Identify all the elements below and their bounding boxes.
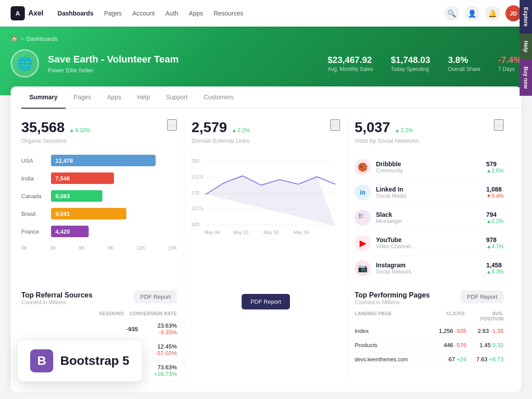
- nav-account[interactable]: Account: [132, 8, 155, 19]
- brand-icon: A: [11, 6, 25, 20]
- table-row: Products 446 -576 1.45 0.32: [355, 338, 504, 352]
- organic-bar-chart: USA 12,478 India 7,546: [21, 151, 177, 258]
- monthly-sales-label: Avg. Monthly Sales: [328, 66, 373, 72]
- nav-resources[interactable]: Resources: [214, 8, 243, 19]
- social-item-youtube: ▶ YouTube Video Channel 978 ▲4.1%: [355, 231, 504, 256]
- bar-country-usa: USA: [21, 157, 46, 164]
- svg-text:May 18: May 18: [263, 230, 278, 235]
- avatar[interactable]: JD: [505, 5, 521, 21]
- middle-bottom-section: PDF Report: [184, 291, 348, 381]
- organic-stat-main: 35,568 ▲ 8.02%: [21, 119, 167, 136]
- bar-row-usa: USA 12,478: [21, 155, 177, 166]
- bar-row-brasil: Brasil 9,041: [21, 208, 177, 219]
- tab-apps[interactable]: Apps: [99, 86, 129, 109]
- breadcrumb-sep: >: [20, 35, 24, 42]
- referral-pdf-button[interactable]: PDF Report: [134, 290, 177, 303]
- tab-support[interactable]: Support: [158, 86, 196, 109]
- tab-pages[interactable]: Pages: [66, 86, 99, 109]
- bar-val-brasil: 9,041: [55, 211, 70, 217]
- bar-val-usa: 12,478: [55, 157, 73, 164]
- bar-fill-india: 7,546: [51, 172, 114, 184]
- breadcrumb-home[interactable]: 🏠: [11, 35, 18, 42]
- notifications-button[interactable]: 👤: [465, 6, 480, 21]
- youtube-info: YouTube Video Channel: [376, 236, 481, 250]
- social-item-linkedin: in Linked In Social Media 1,088 ▼0.4%: [355, 180, 504, 205]
- organic-sessions-change: ▲ 8.02%: [69, 127, 90, 133]
- referral-col-headers: SESSIONS CONVERSION RATE: [21, 311, 177, 316]
- domain-links-label: Domain External Links: [192, 137, 340, 144]
- nav-auth[interactable]: Auth: [165, 8, 178, 19]
- nav-apps[interactable]: Apps: [189, 8, 203, 19]
- svg-rect-17: [361, 216, 363, 218]
- social-stat-main: 5,037 ▲ 2.2%: [355, 119, 494, 136]
- hero-info: Save Earth - Volunteer Team Power Elite …: [48, 54, 319, 74]
- dribbble-icon: 🏀: [355, 159, 371, 175]
- social-visits-change: ▲ 2.2%: [395, 127, 413, 133]
- svg-text:May 26: May 26: [293, 230, 309, 235]
- social-item-instagram: 📷 Instagram Social Network 1,458 ▲8.3%: [355, 256, 504, 281]
- domain-more-button[interactable]: ⋯: [330, 119, 340, 131]
- svg-text:100: 100: [192, 222, 200, 227]
- nav-pages[interactable]: Pages: [104, 8, 122, 19]
- today-spending-value: $1,748.03: [391, 55, 430, 65]
- table-row: devs.keenthemes.com 67 +24 7.63 +8.73: [355, 352, 504, 367]
- tab-summary[interactable]: Summary: [21, 86, 66, 109]
- tab-help[interactable]: Help: [129, 86, 158, 109]
- middle-pdf-button[interactable]: PDF Report: [242, 294, 290, 309]
- organic-more-button[interactable]: ⋯: [167, 119, 177, 131]
- hero-stat-today-spending: $1,748.03 Today Spending: [391, 55, 430, 72]
- table-row: Index 1,256 -935 2.63 -1.35: [355, 324, 504, 338]
- linkedin-info: Linked In Social Media: [376, 186, 481, 199]
- help-button[interactable]: Help: [520, 34, 532, 59]
- domain-line-chart: 250 212.5 175 137.5 100: [192, 151, 340, 252]
- hero-stat-7days: -7.4% 7 Days: [498, 55, 521, 72]
- brand: A Axel: [11, 6, 43, 20]
- linkedin-icon: in: [355, 184, 371, 200]
- youtube-icon: ▶: [355, 235, 371, 251]
- today-spending-label: Today Spending: [391, 66, 430, 72]
- table-row: -935 23.63% -9.35%: [21, 319, 177, 340]
- settings-button[interactable]: 🔔: [485, 6, 500, 21]
- overall-share-label: Overall Share: [448, 66, 480, 72]
- hero-subtitle: Power Elite Seller: [48, 67, 319, 74]
- bar-fill-brasil: 9,041: [51, 208, 126, 219]
- social-more-button[interactable]: ⋯: [494, 119, 504, 131]
- dribbble-info: Dribbble Community: [376, 160, 481, 174]
- side-panel: Explore Help Buy now: [520, 0, 532, 392]
- social-item-slack: Slack Messanger 794 ▲0.2%: [355, 205, 504, 231]
- hero-section: 🏠 > Dashboards 🌐 Save Earth - Volunteer …: [0, 27, 532, 95]
- overall-share-value: 3.8%: [448, 55, 480, 65]
- svg-text:212.5: 212.5: [192, 175, 203, 180]
- bar-fill-usa: 12,478: [51, 155, 156, 166]
- svg-text:175: 175: [192, 191, 200, 196]
- hero-logo: 🌐: [11, 49, 39, 78]
- bar-row-india: India 7,546: [21, 172, 177, 184]
- bootstrap-icon: B: [30, 349, 53, 372]
- pages-pdf-button[interactable]: PDF Report: [461, 290, 504, 303]
- bar-val-india: 7,546: [55, 175, 70, 182]
- 7days-label: 7 Days: [498, 66, 521, 72]
- top-pages-col-headers: LANDING PAGE CLICKS AVG. POSITION: [355, 311, 504, 321]
- top-pages-section: PDF Report Top Performing Pages Counted …: [348, 291, 511, 381]
- svg-rect-14: [359, 214, 361, 216]
- navbar: A Axel Dashboards Pages Account Auth App…: [0, 0, 532, 27]
- tabs: Summary Pages Apps Help Support Customer…: [11, 86, 521, 109]
- domain-stat-main: 2,579 ▲ 2.2%: [192, 119, 330, 136]
- bar-country-france: France: [21, 228, 46, 235]
- nav-dashboards[interactable]: Dashboards: [58, 8, 94, 19]
- bar-row-canada: Canada 6,083: [21, 190, 177, 202]
- buy-now-button[interactable]: Buy now: [520, 59, 532, 96]
- instagram-info: Instagram Social Network: [376, 262, 481, 275]
- bar-country-india: India: [21, 175, 46, 182]
- social-visits-label: Visits by Social Networks: [355, 137, 504, 144]
- organic-sessions-value: 35,568: [21, 119, 65, 136]
- search-button[interactable]: 🔍: [444, 6, 459, 21]
- svg-rect-15: [361, 214, 363, 216]
- hero-title: Save Earth - Volunteer Team: [48, 54, 319, 65]
- social-item-dribbble: 🏀 Dribbble Community 579 ▲2.6%: [355, 155, 504, 180]
- explore-button[interactable]: Explore: [520, 0, 532, 34]
- hero-stats: $23,467.92 Avg. Monthly Sales $1,748.03 …: [328, 55, 521, 72]
- bar-country-canada: Canada: [21, 193, 46, 200]
- tab-customers[interactable]: Customers: [196, 86, 242, 109]
- svg-text:May 10: May 10: [233, 230, 248, 235]
